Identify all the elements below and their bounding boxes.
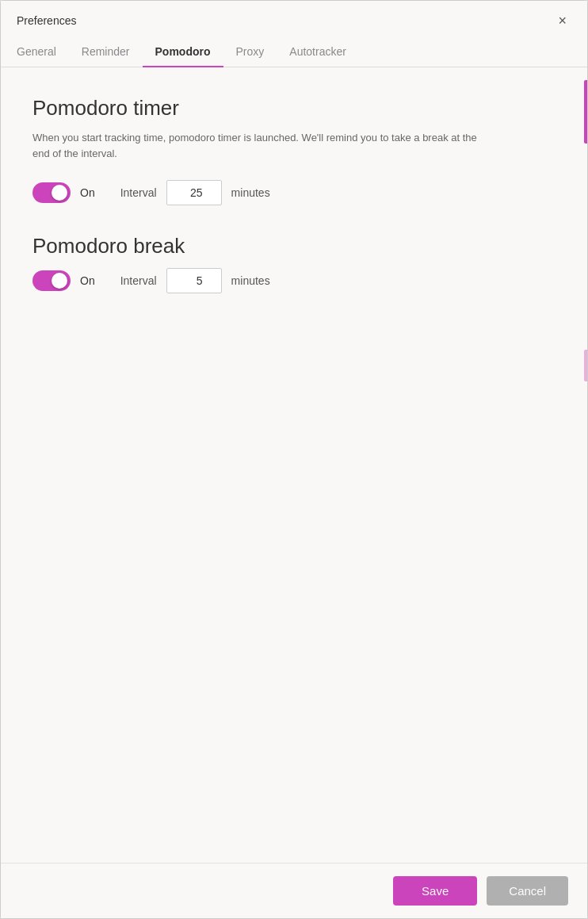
right-accent-bar-2 — [584, 350, 587, 381]
dialog-footer: Save Cancel — [1, 863, 587, 918]
pomodoro-timer-interval-input[interactable] — [166, 180, 222, 205]
tab-proxy[interactable]: Proxy — [223, 37, 277, 67]
pomodoro-break-on-label: On — [80, 274, 95, 287]
pomodoro-break-title: Pomodoro break — [32, 234, 556, 258]
pomodoro-timer-on-label: On — [80, 186, 95, 199]
pomodoro-break-interval-wrapper: Interval minutes — [120, 268, 270, 293]
pomodoro-break-minutes-label: minutes — [231, 274, 270, 287]
tab-general[interactable]: General — [17, 37, 69, 67]
right-accent-bar — [584, 80, 587, 144]
break-toggle-thumb — [52, 273, 67, 289]
pomodoro-timer-interval-wrapper: Interval minutes — [120, 180, 270, 205]
pomodoro-break-interval-input[interactable] — [166, 268, 222, 293]
pomodoro-break-toggle[interactable] — [32, 270, 71, 291]
pomodoro-timer-toggle-wrapper: On — [32, 182, 95, 203]
pomodoro-break-toggle-wrapper: On — [32, 270, 95, 291]
pomodoro-break-settings-row: On Interval minutes — [32, 268, 556, 293]
toggle-thumb — [52, 185, 67, 201]
pomodoro-timer-title: Pomodoro timer — [32, 96, 556, 121]
close-button[interactable]: × — [553, 12, 571, 29]
title-bar: Preferences × — [1, 1, 587, 37]
pomodoro-timer-toggle[interactable] — [32, 182, 71, 203]
pomodoro-break-section: Pomodoro break On Interval minutes — [32, 234, 556, 293]
tab-pomodoro[interactable]: Pomodoro — [143, 37, 223, 67]
tab-reminder[interactable]: Reminder — [69, 37, 143, 67]
pomodoro-timer-minutes-label: minutes — [231, 186, 270, 199]
tab-content: Pomodoro timer When you start tracking t… — [1, 67, 587, 863]
save-button[interactable]: Save — [393, 876, 477, 906]
tab-bar: General Reminder Pomodoro Proxy Autotrac… — [1, 37, 587, 67]
tab-autotracker[interactable]: Autotracker — [277, 37, 359, 67]
pomodoro-timer-section: Pomodoro timer When you start tracking t… — [32, 96, 556, 205]
pomodoro-timer-interval-label: Interval — [120, 186, 157, 199]
dialog-title: Preferences — [17, 14, 76, 27]
cancel-button[interactable]: Cancel — [487, 876, 568, 906]
pomodoro-timer-description: When you start tracking time, pomodoro t… — [32, 130, 492, 161]
pomodoro-timer-settings-row: On Interval minutes — [32, 180, 556, 205]
pomodoro-break-interval-label: Interval — [120, 274, 157, 287]
preferences-dialog: Preferences × General Reminder Pomodoro … — [0, 0, 588, 919]
